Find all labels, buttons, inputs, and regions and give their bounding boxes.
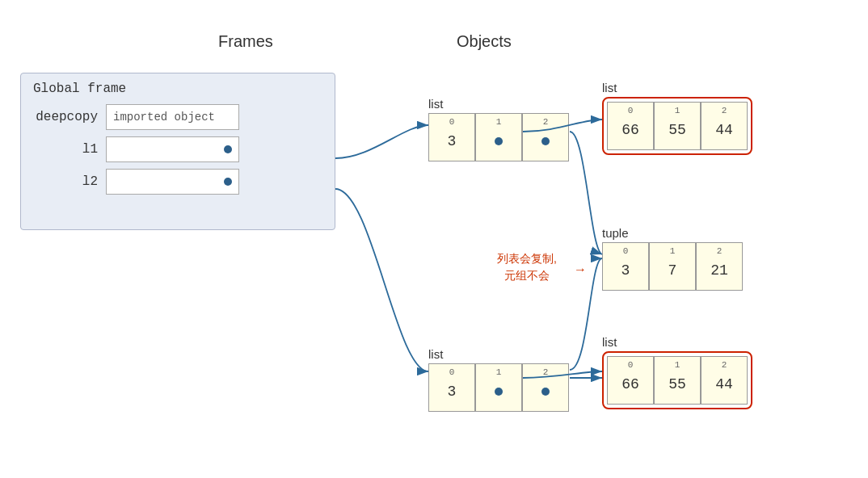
- tuple-cell-0-index: 0: [623, 246, 629, 256]
- inner-top-cell-0-index: 0: [628, 106, 634, 115]
- l1-cell-0: 0 3: [428, 113, 475, 161]
- inner-bottom-cell-2-value: 44: [715, 376, 733, 392]
- l1-dot: [224, 145, 232, 153]
- objects-header: Objects: [457, 32, 512, 51]
- inner-list-top-highlight: 0 66 1 55 2 44: [602, 97, 752, 155]
- tuple-label: tuple: [602, 226, 743, 240]
- l2-cell-2: 2: [522, 363, 569, 412]
- l1-cell-0-index: 0: [449, 117, 455, 127]
- l1-cell-0-value: 3: [448, 133, 457, 149]
- arrow-l1-cell2-to-tuple: [570, 132, 602, 254]
- l1-list-cells: 0 3 1 2: [428, 113, 569, 161]
- arrow-l2-to-list: [335, 189, 428, 371]
- annotation-arrow: →: [574, 262, 587, 277]
- inner-bottom-cell-1-index: 1: [675, 360, 680, 370]
- inner-top-cell-2-index: 2: [722, 106, 727, 115]
- l1-cell-1: 1: [475, 113, 522, 161]
- l1-cell-1-dot: [495, 137, 503, 145]
- inner-top-cell-1-value: 55: [668, 122, 686, 138]
- arrow-l1-to-list: [335, 125, 428, 158]
- l1-list-container: list 0 3 1 2: [428, 97, 569, 161]
- inner-list-bottom-label: list: [602, 335, 752, 349]
- tuple-cells: 0 3 1 7 2 21: [602, 242, 743, 291]
- annotation-text: 列表会复制,元组不会: [497, 250, 557, 284]
- l1-value: [106, 136, 239, 162]
- l2-list-cells: 0 3 1 2: [428, 363, 569, 412]
- frame-row-l2: l2: [33, 169, 322, 195]
- inner-top-cell-1-index: 1: [675, 106, 680, 115]
- l1-cell-1-index: 1: [496, 117, 502, 127]
- deepcopy-value: imported object: [106, 104, 239, 130]
- l1-cell-2: 2: [522, 113, 569, 161]
- l2-dot: [224, 178, 232, 186]
- tuple-cell-2: 2 21: [696, 242, 743, 291]
- l2-cell-2-index: 2: [543, 367, 549, 377]
- inner-top-cell-2: 2 44: [701, 102, 748, 150]
- inner-top-cell-1: 1 55: [654, 102, 701, 150]
- inner-top-cell-0: 0 66: [607, 102, 654, 150]
- tuple-cell-2-value: 21: [710, 262, 728, 279]
- l2-cell-1-dot: [495, 388, 503, 396]
- l1-cell-2-dot: [541, 137, 550, 145]
- l2-cell-0-value: 3: [448, 384, 457, 400]
- inner-bottom-cell-1-value: 55: [668, 376, 686, 392]
- tuple-container: tuple 0 3 1 7 2 21: [602, 226, 743, 291]
- inner-list-top-cells: 0 66 1 55 2 44: [607, 102, 748, 150]
- frame-title: Global frame: [33, 82, 322, 96]
- tuple-cell-1-index: 1: [670, 246, 676, 256]
- inner-bottom-cell-0-value: 66: [622, 376, 639, 392]
- inner-bottom-cell-2-index: 2: [722, 360, 727, 370]
- tuple-cell-2-index: 2: [717, 246, 723, 256]
- tuple-cell-0-value: 3: [622, 262, 630, 279]
- diagram-container: Frames Objects Global frame deepcopy imp…: [0, 0, 868, 478]
- tuple-cell-1-value: 7: [668, 262, 677, 279]
- inner-bottom-cell-2: 2 44: [701, 356, 748, 405]
- inner-list-top-label: list: [602, 81, 752, 94]
- inner-top-cell-0-value: 66: [622, 122, 639, 138]
- inner-list-top-container: list 0 66 1 55 2 44: [602, 81, 752, 155]
- l2-cell-1: 1: [475, 363, 522, 412]
- l2-cell-0: 0 3: [428, 363, 475, 412]
- l1-list-label: list: [428, 97, 569, 111]
- global-frame: Global frame deepcopy imported object l1…: [20, 73, 335, 230]
- inner-bottom-cell-1: 1 55: [654, 356, 701, 405]
- l2-value: [106, 169, 239, 195]
- l2-list-container: list 0 3 1 2: [428, 347, 569, 412]
- l2-label: l2: [33, 174, 98, 189]
- l2-list-label: list: [428, 347, 569, 361]
- tuple-cell-0: 0 3: [602, 242, 649, 291]
- inner-bottom-cell-0-index: 0: [628, 360, 634, 370]
- tuple-cell-1: 1 7: [649, 242, 696, 291]
- inner-list-bottom-container: list 0 66 1 55 2 44: [602, 335, 752, 409]
- l2-cell-0-index: 0: [449, 367, 455, 377]
- l1-label: l1: [33, 142, 98, 157]
- inner-top-cell-2-value: 44: [715, 122, 733, 138]
- l2-cell-2-dot: [541, 388, 550, 396]
- frame-row-deepcopy: deepcopy imported object: [33, 104, 322, 130]
- deepcopy-label: deepcopy: [33, 110, 98, 124]
- inner-list-bottom-cells: 0 66 1 55 2 44: [607, 356, 748, 405]
- inner-bottom-cell-0: 0 66: [607, 356, 654, 405]
- inner-list-bottom-highlight: 0 66 1 55 2 44: [602, 351, 752, 409]
- deepcopy-text: imported object: [113, 111, 215, 124]
- l2-cell-1-index: 1: [496, 367, 502, 377]
- frames-header: Frames: [218, 32, 273, 51]
- frame-row-l1: l1: [33, 136, 322, 162]
- l1-cell-2-index: 2: [543, 117, 549, 127]
